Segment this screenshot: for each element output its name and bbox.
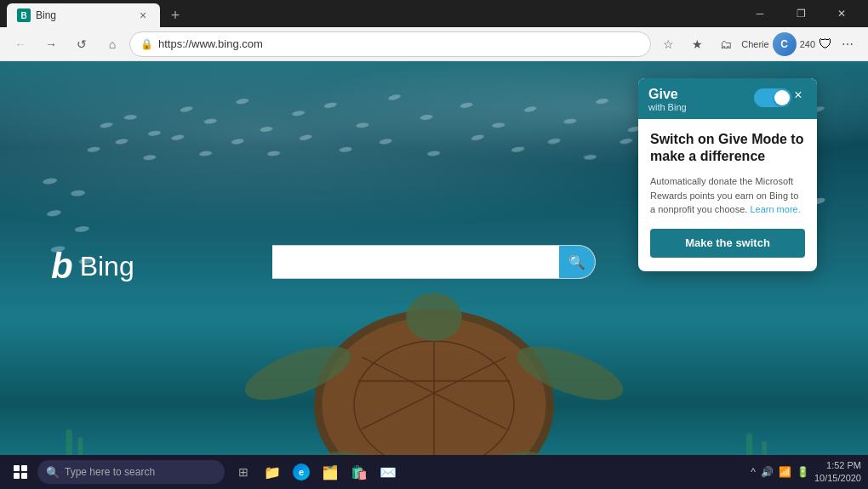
tab-favicon: B [17,9,31,22]
learn-more-link[interactable]: Learn more. [750,204,800,214]
store-button[interactable]: 🛍️ [347,460,371,484]
svg-line-69 [362,357,505,429]
navigation-bar: ← → ↺ ⌂ 🔒 https://www.bing.com ☆ ★ 🗂 [0,27,868,61]
file-explorer-icon: 📁 [264,464,281,480]
collections-button[interactable]: 🗂 [712,31,740,58]
shield-icon: 🛡 [819,37,832,52]
system-tray: ^ 🔊 📶 🔋 1:52 PM 10/15/2020 [751,459,861,486]
taskbar: 🔍 Type here to search ⊞ 📁 e 🗂️ 🛍️ [0,455,868,489]
make-switch-button[interactable]: Make the switch [650,229,805,258]
popup-headline: Switch on Give Mode to make a difference [650,131,805,167]
forward-icon: → [45,37,57,51]
task-view-icon: ⊞ [238,465,248,479]
task-view-button[interactable]: ⊞ [231,460,255,484]
give-title: Give [648,87,687,102]
clock-date: 10/15/2020 [814,472,861,485]
search-icon: 🔍 [568,254,585,270]
folder-icon: 🗂️ [322,464,339,480]
user-name: Cherie [741,39,768,49]
nav-right-area: ☆ ★ 🗂 Cherie C 240 🛡 ⋯ [654,31,861,58]
favorites-star-button[interactable]: ☆ [654,31,682,58]
give-toggle-area [754,88,791,107]
bing-wordmark: Bing [80,251,134,282]
forward-button[interactable]: → [37,31,65,58]
url-text: https://www.bing.com [158,37,640,50]
home-icon: ⌂ [109,37,116,51]
folder-button[interactable]: 🗂️ [318,460,342,484]
give-subtitle: with Bing [648,102,687,112]
window-controls: ─ ❐ ✕ [740,2,861,26]
taskbar-search[interactable]: 🔍 Type here to search [37,460,225,484]
taskbar-icons: ⊞ 📁 e 🗂️ 🛍️ ✉️ [231,460,400,484]
main-content: b Bing 🔍 Give with Bing [0,61,868,489]
bing-b-icon: b [51,246,73,287]
title-bar: B Bing × + ─ ❐ ✕ [0,0,868,27]
edge-icon: e [293,463,310,480]
home-button[interactable]: ⌂ [99,31,126,58]
mail-icon: ✉️ [380,464,397,480]
more-icon: ⋯ [842,37,854,51]
back-button[interactable]: ← [7,31,34,58]
volume-icon[interactable]: 🔊 [761,466,774,478]
refresh-icon: ↺ [77,37,87,51]
bing-background: b Bing 🔍 Give with Bing [0,61,868,489]
file-explorer-button[interactable]: 📁 [260,460,284,484]
search-container: 🔍 [272,245,596,279]
new-tab-button[interactable]: + [163,3,187,27]
taskbar-search-icon: 🔍 [46,466,60,479]
user-area[interactable]: Cherie C 240 🛡 [741,32,832,56]
tab-bar: B Bing × + [7,0,734,27]
popup-body: Switch on Give Mode to make a difference… [638,119,817,271]
refresh-button[interactable]: ↺ [68,31,95,58]
tab-close-button[interactable]: × [136,9,150,22]
reading-list-icon: ★ [692,37,703,51]
windows-logo-icon [14,465,27,479]
bing-logo: b Bing [51,246,134,287]
close-button[interactable]: ✕ [822,2,861,26]
system-tray-expand-icon[interactable]: ^ [751,466,756,478]
minimize-button[interactable]: ─ [740,2,779,26]
svg-point-72 [511,335,630,411]
start-button[interactable] [7,458,34,486]
reward-points: 240 [800,39,815,49]
menu-button[interactable]: ⋯ [834,31,861,58]
star-icon: ☆ [663,37,674,51]
svg-point-70 [406,293,462,341]
give-logo-area: Give with Bing [648,87,687,112]
reading-list-button[interactable]: ★ [683,31,711,58]
address-bar[interactable]: 🔒 https://www.bing.com [129,31,651,57]
search-bar: 🔍 [272,245,596,279]
avatar[interactable]: C [773,32,797,56]
popup-header: Give with Bing × [638,78,817,119]
taskbar-search-text: Type here to search [65,466,155,478]
edge-button[interactable]: e [289,460,313,484]
maximize-button[interactable]: ❐ [781,2,820,26]
give-popup: Give with Bing × Switch on Give Mode to … [638,78,817,271]
battery-icon[interactable]: 🔋 [797,466,809,478]
active-tab[interactable]: B Bing × [7,3,160,27]
give-mode-toggle[interactable] [754,88,791,107]
search-button[interactable]: 🔍 [559,245,595,279]
network-icon[interactable]: 📶 [779,466,791,478]
search-input[interactable] [272,246,559,278]
taskbar-clock[interactable]: 1:52 PM 10/15/2020 [814,459,861,486]
popup-description: Automatically donate the Microsoft Rewar… [650,174,805,217]
tab-title: Bing [36,9,131,21]
store-icon: 🛍️ [351,464,368,480]
mail-button[interactable]: ✉️ [376,460,400,484]
back-icon: ← [14,37,26,51]
svg-line-68 [362,357,505,429]
svg-point-71 [238,335,357,411]
lock-icon: 🔒 [140,38,153,50]
svg-point-65 [354,341,514,469]
collections-icon: 🗂 [720,37,732,51]
clock-time: 1:52 PM [814,459,861,472]
browser-frame: B Bing × + ─ ❐ ✕ ← → ↺ ⌂ 🔒 https://ww [0,0,868,489]
toggle-knob [774,90,790,105]
popup-close-button[interactable]: × [790,87,807,104]
